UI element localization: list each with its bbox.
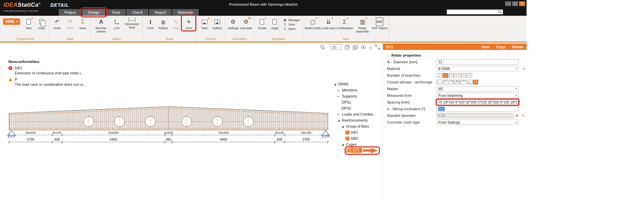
gallery-button[interactable]: Gallery: [211, 16, 223, 30]
new-cage-button[interactable]: New: [482, 45, 490, 49]
tree-item-dps2[interactable]: DPS2: [334, 105, 384, 111]
rebars-button[interactable]: ||| Rebars: [157, 16, 169, 30]
tree-item-group-of-bars[interactable]: ◢ Group of Bars: [334, 123, 384, 129]
nonconformity-item[interactable]: ✕ GB1 Extension of continuous end type r…: [8, 66, 86, 75]
tree-item-supports[interactable]: ▸ Supports: [334, 93, 384, 99]
template-open-button[interactable]: ↥ Open: [283, 27, 300, 30]
tab-materials[interactable]: Materials: [172, 9, 199, 16]
project-item-selector[interactable]: DRM1 ▾: [3, 18, 20, 25]
branches-option-2-selected[interactable]: ||: [443, 73, 448, 78]
dxf-import-button[interactable]: DXF→ DXF Import: [372, 16, 387, 30]
create-template-button[interactable]: + Create: [256, 16, 268, 30]
tab-report[interactable]: Report: [149, 9, 171, 16]
branches-option-4[interactable]: ||||: [455, 73, 460, 78]
tree-item-st1[interactable]: ✓ ST1: [334, 147, 384, 153]
mandrel-input[interactable]: 4.00: [437, 113, 514, 118]
copy-cage-button[interactable]: Copy: [496, 45, 505, 49]
fit-view-button[interactable]: [375, 45, 380, 50]
checkbox-checked-icon[interactable]: ✓: [346, 137, 349, 140]
tree-item-loads[interactable]: ▸ Loads and Combin...: [334, 111, 384, 117]
material-select[interactable]: B 500B ▾: [437, 66, 518, 71]
load-case-button[interactable]: ⇊+ Load case: [321, 16, 336, 30]
diag-button[interactable]: ∿ Diag: [170, 16, 182, 30]
zoom-menu-button[interactable]: ⌄: [320, 45, 327, 50]
anchorage-option-5[interactable]: [461, 80, 466, 84]
copy-icon: [39, 17, 44, 26]
master-select[interactable]: M1 ▾: [437, 86, 518, 91]
template-save-button[interactable]: ↧ Save: [283, 22, 300, 26]
cover-label: Concrete cover type: [387, 120, 437, 124]
anchorage-option-3[interactable]: [449, 80, 454, 84]
anchorage-option-1[interactable]: [437, 80, 442, 84]
grid-button[interactable]: + Grid: [183, 16, 195, 30]
view-mode-dropdown[interactable]: 2D ⌄: [330, 45, 342, 50]
branches-option-1[interactable]: |: [437, 73, 442, 78]
tree-item-dps1[interactable]: DPS1: [334, 99, 384, 105]
template-manager-button[interactable]: ▦ Manager: [283, 18, 300, 22]
tab-check[interactable]: Check: [127, 9, 148, 16]
settings-button[interactable]: ⚙ Settings: [227, 16, 239, 30]
tree-item-members[interactable]: ▸ Members: [334, 87, 384, 93]
tree-item-drm1[interactable]: ◢ DRM1: [334, 81, 384, 87]
copy-project-item-button[interactable]: Copy: [35, 16, 47, 30]
lcs-button[interactable]: LCS: [110, 16, 122, 30]
calculate-button[interactable]: ⚙% Calculate: [240, 16, 252, 30]
tree-item-st1-selected[interactable]: ✓ ST1: [346, 148, 362, 153]
maximize-button[interactable]: □: [512, 1, 518, 6]
dimension-lines-button[interactable]: ↔ Dimension lines: [123, 16, 141, 29]
branches-option-5[interactable]: |||||: [461, 73, 466, 78]
delete-cage-button[interactable]: Delete: [512, 45, 523, 49]
tab-design[interactable]: Design: [82, 9, 105, 16]
anchorage-option-7-selected[interactable]: [473, 80, 478, 84]
tree-collapsed-icon[interactable]: ▸: [338, 95, 341, 98]
anchorage-option-2[interactable]: [443, 80, 448, 84]
cover-select[interactable]: From Settings ▾: [437, 120, 518, 125]
tree-item-gb2[interactable]: ✓ GB2: [334, 135, 384, 141]
tree-collapsed-icon[interactable]: ▸: [338, 89, 341, 92]
dimension-label: 32x200: [218, 131, 229, 134]
tree-expanded-icon[interactable]: ◢: [342, 125, 345, 128]
redo-button[interactable]: ↷ Redo: [64, 16, 76, 30]
edit-pencil-icon[interactable]: ✎: [522, 114, 525, 118]
undo-button[interactable]: ↶ Undo: [51, 16, 63, 30]
branches-option-6[interactable]: ||||||: [467, 73, 472, 78]
minimize-button[interactable]: –: [505, 1, 511, 6]
axonometry-button[interactable]: [345, 45, 350, 50]
measured-from-select[interactable]: From beginning ▾: [437, 93, 518, 98]
anchorage-option-4[interactable]: [455, 80, 460, 84]
tree-item-cages[interactable]: ◢ Cages: [334, 141, 384, 147]
checkbox-checked-icon[interactable]: ✓: [346, 131, 349, 134]
layers-button[interactable]: [353, 45, 358, 50]
section-rebar-properties[interactable]: ⌄ Rebar properties: [383, 52, 527, 59]
nonconformity-item[interactable]: P The load case or combination does not …: [8, 77, 86, 86]
rebar-assembly-button[interactable]: ▥+ Rebar assembly: [354, 16, 371, 34]
home-view-button[interactable]: ⌂: [369, 45, 372, 50]
member-names-button[interactable]: A Member names: [92, 16, 110, 34]
diameter-input[interactable]: 12: [437, 59, 518, 65]
css-button[interactable]: I CSS: [144, 16, 156, 30]
tree-collapsed-icon[interactable]: ▸: [338, 113, 341, 116]
inclination-input[interactable]: 0.0: [437, 106, 518, 112]
drawing-canvas[interactable]: ⌄ 2D ⌄ ⌂: [0, 44, 383, 201]
close-button[interactable]: ✕: [519, 1, 525, 6]
branches-option-3[interactable]: |||: [449, 73, 454, 78]
new-picture-button[interactable]: + New: [198, 16, 210, 30]
tab-project[interactable]: Project: [59, 9, 82, 16]
search-input[interactable]: [447, 9, 503, 14]
tree-item-gb1[interactable]: ✓ GB1: [334, 129, 384, 135]
apply-template-button[interactable]: ↑ Apply: [269, 16, 281, 30]
save-button[interactable]: ↧ Save: [77, 16, 89, 30]
tree-expanded-icon[interactable]: ◢: [338, 119, 341, 122]
add-material-button[interactable]: +: [523, 67, 525, 71]
tree-expanded-icon[interactable]: ◢: [334, 83, 337, 86]
tab-tools[interactable]: Tools: [106, 9, 126, 16]
model-entity-button[interactable]: ▢+ Model entity: [304, 16, 321, 30]
new-project-item-button[interactable]: + New: [22, 16, 35, 30]
tree-item-reinforcements[interactable]: ◢ Reinforcements: [334, 117, 384, 123]
tree-expanded-icon[interactable]: ◢: [342, 143, 345, 146]
anchorage-option-6[interactable]: [467, 80, 472, 84]
combination-button[interactable]: Σ+ Combination: [336, 16, 353, 30]
visibility-button[interactable]: [361, 45, 366, 49]
spacing-input[interactable]: 75 18*150 6*100 32*200 2*225 32*200 6*10…: [437, 99, 518, 105]
checkbox-checked-icon[interactable]: ✓: [347, 149, 351, 152]
